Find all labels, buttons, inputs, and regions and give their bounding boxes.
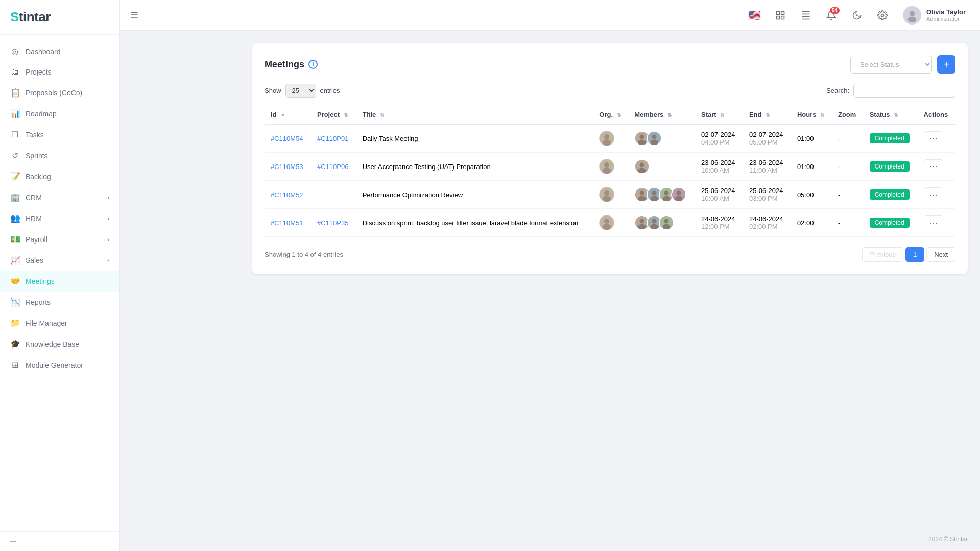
- sidebar-item-projects[interactable]: 🗂 Projects: [0, 62, 119, 82]
- header-actions: Select Status Completed Pending Cancelle…: [850, 55, 955, 74]
- sidebar-item-sales[interactable]: 📈 Sales ›: [0, 250, 119, 271]
- sidebar-label-hrm: HRM: [26, 214, 42, 223]
- sidebar-item-meetings[interactable]: 🤝 Meetings: [0, 271, 119, 292]
- status-badge: Completed: [870, 161, 910, 172]
- sidebar-item-dashboard[interactable]: ◎ Dashboard: [0, 41, 119, 62]
- project-link[interactable]: #C110P35: [317, 219, 348, 227]
- meeting-id-link[interactable]: #C110M54: [271, 135, 303, 142]
- col-status[interactable]: Status ⇅: [864, 106, 918, 124]
- project-link[interactable]: #C110P01: [317, 135, 348, 142]
- meeting-id-link[interactable]: #C110M53: [271, 163, 303, 171]
- action-menu-button[interactable]: ⋯: [924, 187, 943, 202]
- sidebar-item-backlog[interactable]: 📝 Backlog: [0, 166, 119, 187]
- next-button[interactable]: Next: [926, 247, 955, 262]
- sidebar-item-knowledge-base[interactable]: 🎓 Knowledge Base: [0, 333, 119, 354]
- svg-point-20: [651, 140, 658, 146]
- project-link[interactable]: #C110P06: [317, 163, 348, 171]
- entries-select[interactable]: 25 10 50 100: [285, 84, 316, 98]
- svg-point-35: [651, 196, 658, 202]
- svg-point-47: [638, 224, 646, 230]
- meeting-id-link[interactable]: #C110M51: [271, 219, 303, 227]
- sidebar-label-projects: Projects: [26, 68, 52, 76]
- sidebar-label-sales: Sales: [26, 256, 43, 265]
- sidebar-item-proposals[interactable]: 📋 Proposals (CoCo): [0, 82, 119, 103]
- org-avatar: [599, 215, 614, 230]
- zoom: -: [832, 209, 864, 237]
- sidebar-label-roadmap: Roadmap: [26, 110, 57, 118]
- sprints-icon: ↺: [10, 151, 19, 160]
- sidebar-label-proposals: Proposals (CoCo): [26, 89, 82, 97]
- sidebar-item-module-generator[interactable]: ⊞ Module Generator: [0, 354, 119, 375]
- previous-button[interactable]: Previous: [862, 247, 903, 262]
- sidebar-label-dashboard: Dashboard: [26, 47, 61, 56]
- col-title[interactable]: Title ⇅: [356, 106, 593, 124]
- sidebar-label-crm: CRM: [26, 194, 42, 202]
- sidebar-item-sprints[interactable]: ↺ Sprints: [0, 145, 119, 166]
- search-input[interactable]: [853, 84, 955, 98]
- action-menu-button[interactable]: ⋯: [924, 131, 943, 146]
- sidebar-label-payroll: Payroll: [26, 235, 47, 244]
- svg-point-13: [604, 134, 609, 139]
- svg-point-52: [664, 219, 669, 224]
- col-members[interactable]: Members ⇅: [628, 106, 695, 124]
- col-project[interactable]: Project ⇅: [311, 106, 356, 124]
- status-filter[interactable]: Select Status Completed Pending Cancelle…: [850, 56, 932, 74]
- start-date: 25-06-202410:00 AM: [695, 181, 743, 209]
- sidebar-label-knowledge-base: Knowledge Base: [26, 340, 79, 348]
- avatar: [903, 6, 921, 25]
- apps-icon[interactable]: [771, 6, 790, 25]
- col-org[interactable]: Org. ⇅: [593, 106, 628, 124]
- action-menu-button[interactable]: ⋯: [924, 215, 943, 230]
- user-menu[interactable]: Olivia Taylor Administrator: [899, 4, 970, 27]
- notification-icon[interactable]: 54: [822, 6, 841, 25]
- svg-point-41: [675, 196, 683, 202]
- backlog-icon: 📝: [10, 172, 19, 181]
- entries-label: entries: [320, 87, 340, 94]
- settings-icon[interactable]: [873, 6, 892, 25]
- svg-point-44: [603, 224, 611, 230]
- sidebar-item-hrm[interactable]: 👥 HRM ›: [0, 208, 119, 229]
- grid-icon[interactable]: [797, 6, 815, 25]
- language-selector[interactable]: 🇺🇸: [746, 6, 764, 25]
- table-controls: Show 25 10 50 100 entries Search:: [265, 84, 955, 98]
- sidebar-item-crm[interactable]: 🏢 CRM ›: [0, 187, 119, 208]
- dark-mode-icon[interactable]: [848, 6, 866, 25]
- svg-rect-2: [776, 16, 779, 19]
- col-actions: Actions: [918, 106, 955, 124]
- end-date: 02-07-202405:00 PM: [743, 124, 791, 153]
- col-end[interactable]: End ⇅: [743, 106, 791, 124]
- show-label: Show: [265, 87, 281, 94]
- member-avatars: [634, 215, 689, 230]
- org-avatar: [599, 131, 614, 146]
- menu-toggle-icon[interactable]: ☰: [130, 10, 138, 21]
- meeting-id-link[interactable]: #C110M52: [271, 191, 303, 199]
- member-avatars: [634, 187, 689, 202]
- zoom: -: [832, 153, 864, 181]
- meeting-title: Performance Optimization Review: [356, 181, 593, 209]
- col-hours[interactable]: Hours ⇅: [791, 106, 832, 124]
- meeting-title: User Acceptance Testing (UAT) Preparatio…: [356, 153, 593, 181]
- svg-point-43: [604, 219, 609, 224]
- col-start[interactable]: Start ⇅: [695, 106, 743, 124]
- sidebar-item-file-manager[interactable]: 📁 File Manager: [0, 313, 119, 333]
- sidebar-item-payroll[interactable]: 💵 Payroll ›: [0, 229, 119, 250]
- svg-point-8: [881, 14, 883, 16]
- col-id[interactable]: Id ▼: [265, 106, 311, 124]
- sidebar-item-reports[interactable]: 📉 Reports: [0, 292, 119, 313]
- svg-point-37: [664, 191, 669, 196]
- sidebar-item-tasks[interactable]: ☐ Tasks: [0, 124, 119, 145]
- nav-list: ◎ Dashboard 🗂 Projects 📋 Proposals (CoCo…: [0, 35, 119, 531]
- org-avatar: [599, 159, 614, 174]
- info-icon[interactable]: i: [308, 60, 318, 69]
- hours: 01:00: [791, 124, 832, 153]
- svg-point-50: [651, 224, 658, 230]
- add-meeting-button[interactable]: +: [937, 55, 955, 74]
- action-menu-button[interactable]: ⋯: [924, 159, 943, 174]
- zoom: -: [832, 181, 864, 209]
- page-1-button[interactable]: 1: [905, 247, 924, 262]
- sidebar-item-roadmap[interactable]: 📊 Roadmap: [0, 103, 119, 124]
- logo-area: Stintar: [0, 0, 119, 35]
- user-role: Administrator: [926, 16, 966, 22]
- table-row: #C110M51 #C110P35 Discuss on sprint, bac…: [265, 209, 955, 237]
- app-logo[interactable]: Stintar: [10, 9, 51, 25]
